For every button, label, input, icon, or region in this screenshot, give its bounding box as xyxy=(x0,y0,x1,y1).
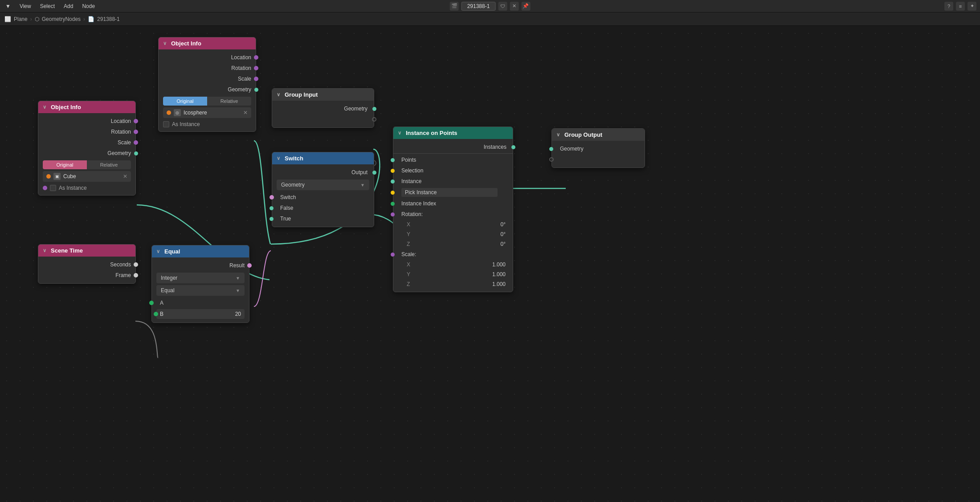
socket-instances xyxy=(510,144,516,150)
node-instance-on-points: ∨ Instance on Points Instances Points Se… xyxy=(393,127,513,292)
output-frame: Frame xyxy=(38,270,135,281)
socket-b xyxy=(154,312,158,316)
output-group-geometry: Geometry xyxy=(272,103,374,114)
rotation-x-label: X xyxy=(407,221,416,228)
output-scale-label-left: Scale xyxy=(118,139,131,146)
input-group-geometry: Geometry xyxy=(552,143,645,154)
node-group-input: ∨ Group Input Geometry xyxy=(272,88,374,128)
node-header-group-output: ∨ Group Output xyxy=(552,129,645,141)
input-scale-header: Scale: xyxy=(393,249,513,260)
chevron-icon-right: ∨ xyxy=(163,41,167,46)
chevron-instance: ∨ xyxy=(398,130,401,136)
btn-group-right[interactable]: Original Relative xyxy=(163,97,251,106)
scale-x-row: X 1.000 xyxy=(393,260,513,269)
socket-rotation-left xyxy=(134,130,138,134)
output-rotation-left: Rotation xyxy=(38,127,135,137)
breadcrumb-geo-icon: ⬡ xyxy=(35,16,39,22)
scene-icon: 🎬 xyxy=(450,2,459,11)
dropdown-switch-type[interactable]: Geometry ▼ xyxy=(277,180,369,190)
obj-name-icosphere: Icosphere xyxy=(184,110,207,116)
menu-node[interactable]: Node xyxy=(80,2,97,10)
menu-add[interactable]: Add xyxy=(62,2,75,10)
close-icon[interactable]: ✕ xyxy=(510,2,519,11)
input-true-label: True xyxy=(280,216,291,222)
socket-rotation-right xyxy=(254,66,258,70)
settings-icon[interactable]: ≡ xyxy=(956,2,965,11)
checkbox-asinstance-right[interactable] xyxy=(163,121,169,127)
help-icon[interactable]: ? xyxy=(944,2,953,11)
socket-location-right xyxy=(254,55,258,60)
btn-original-left[interactable]: Original xyxy=(43,160,87,169)
input-selection: Selection xyxy=(393,165,513,176)
socket-rotation xyxy=(390,212,396,217)
close-icosphere[interactable]: ✕ xyxy=(243,110,248,116)
input-group-extra xyxy=(552,154,645,165)
menu-blender[interactable]: ▼ xyxy=(4,2,12,10)
btn-relative-right[interactable]: Relative xyxy=(207,97,251,106)
input-b-field[interactable]: B 20 xyxy=(156,309,245,319)
node-header-equal: ∨ Equal xyxy=(152,245,249,257)
output-switch-output: Output xyxy=(272,167,374,178)
node-object-info-right: ∨ Object Info Location Rotation Scale Ge… xyxy=(158,37,256,132)
checkbox-asinstance-left[interactable] xyxy=(50,185,56,191)
rotation-y-label: Y xyxy=(407,231,416,237)
chevron-group-output: ∨ xyxy=(556,132,560,138)
file-title: 291388-1 xyxy=(461,2,496,11)
pick-instance-field[interactable]: Pick Instance xyxy=(401,188,498,197)
btn-group-left[interactable]: Original Relative xyxy=(43,160,131,169)
io-instances: Instances xyxy=(393,142,513,152)
obj-name-cube: Cube xyxy=(63,173,76,180)
breadcrumb-file[interactable]: 291388-1 xyxy=(97,16,120,22)
node-object-info-left: ∨ Object Info Location Rotation Scale Ge… xyxy=(38,101,136,196)
node-body-group-input: Geometry xyxy=(272,101,374,127)
node-body-equal: Result Integer ▼ Equal ▼ A B 20 xyxy=(152,257,249,322)
socket-switch-true xyxy=(269,216,274,222)
breadcrumb-icon: ⬜ xyxy=(4,16,11,22)
btn-relative-left[interactable]: Relative xyxy=(87,160,131,169)
socket-group-extra-in xyxy=(549,157,554,162)
rotation-y-value: 0° xyxy=(501,231,506,237)
input-b-label: B xyxy=(160,311,163,317)
node-header-switch: ∨ Switch xyxy=(272,152,374,164)
input-switch-switch: Switch xyxy=(272,192,374,203)
obj-field-cube[interactable]: ▣ Cube ✕ xyxy=(43,171,131,182)
dropdown-equal[interactable]: Equal ▼ xyxy=(156,285,245,296)
breadcrumb-file-icon: 📄 xyxy=(88,16,94,22)
close-cube[interactable]: ✕ xyxy=(123,173,127,180)
input-points: Points xyxy=(393,155,513,165)
breadcrumb-sep2: › xyxy=(83,16,85,22)
pin-icon[interactable]: 📌 xyxy=(521,2,530,11)
scale-x-value: 1.000 xyxy=(492,261,506,268)
output-location-label-left: Location xyxy=(111,118,131,124)
node-header-object-info-left: ∨ Object Info xyxy=(38,101,135,113)
socket-instance xyxy=(390,179,396,184)
socket-pick-instance xyxy=(390,190,396,196)
output-geometry-left: Geometry xyxy=(38,148,135,159)
dropdown-integer[interactable]: Integer ▼ xyxy=(156,273,245,283)
scale-z-value: 1.000 xyxy=(492,281,506,287)
socket-switch-false xyxy=(269,205,274,211)
socket-geometry-right xyxy=(253,87,259,93)
socket-selection xyxy=(390,168,396,174)
socket-geometry-left xyxy=(133,151,139,156)
input-instance: Instance xyxy=(393,176,513,187)
output-geometry-label-right: Geometry xyxy=(228,86,251,93)
obj-field-icosphere[interactable]: ◎ Icosphere ✕ xyxy=(163,107,251,118)
rotation-z-value: 0° xyxy=(501,241,506,247)
menu-select[interactable]: Select xyxy=(38,2,57,10)
breadcrumb-geonodes[interactable]: GeometryNodes xyxy=(42,16,81,22)
menu-bar[interactable]: ▼ View Select Add Node xyxy=(4,2,97,10)
breadcrumb-plane[interactable]: Plane xyxy=(14,16,28,22)
output-scale-right: Scale xyxy=(159,73,256,84)
input-a: A xyxy=(152,298,249,308)
node-header-object-info-right: ∨ Object Info xyxy=(159,37,256,49)
as-instance-label-left: As Instance xyxy=(59,185,87,191)
rotation-x-row: X 0° xyxy=(393,220,513,229)
scale-x-label: X xyxy=(407,261,416,268)
input-selection-label: Selection xyxy=(401,167,423,174)
menu-view[interactable]: View xyxy=(18,2,33,10)
output-seconds-label: Seconds xyxy=(110,261,131,268)
socket-a xyxy=(149,301,154,305)
btn-original-right[interactable]: Original xyxy=(163,97,207,106)
user-icon[interactable]: ✦ xyxy=(968,2,976,11)
